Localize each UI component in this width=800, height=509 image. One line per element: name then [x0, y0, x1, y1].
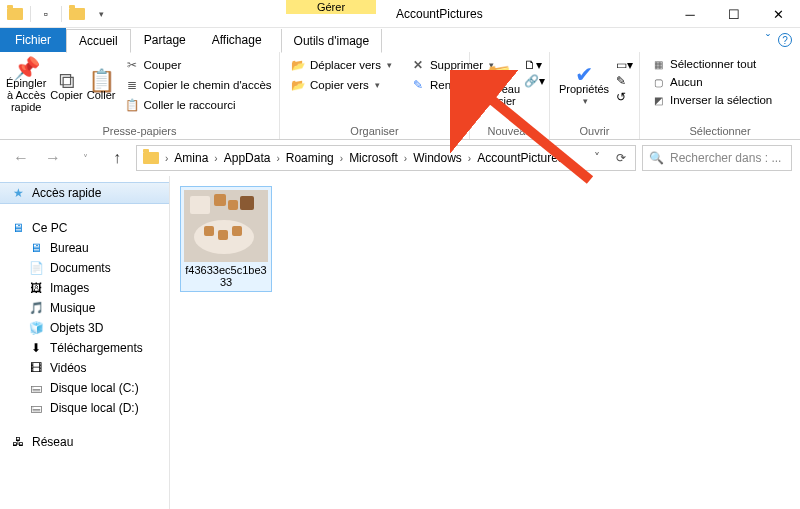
chevron-down-icon: ▾ [387, 60, 392, 70]
address-bar[interactable]: › Amina› AppData› Roaming› Microsoft› Wi… [136, 145, 636, 171]
chevron-right-icon[interactable]: › [163, 153, 170, 164]
maximize-button[interactable]: ☐ [712, 0, 756, 28]
sidebar-item-this-pc[interactable]: 🖥Ce PC [0, 218, 169, 238]
paste-button[interactable]: 📋 Coller [87, 56, 116, 120]
sidebar-item-downloads[interactable]: ⬇Téléchargements [0, 338, 169, 358]
chevron-right-icon[interactable]: › [212, 153, 219, 164]
search-input[interactable]: 🔍 Rechercher dans : ... [642, 145, 792, 171]
history-icon[interactable]: ↺ [616, 90, 633, 104]
objects3d-icon: 🧊 [28, 321, 44, 335]
new-item-icon[interactable]: 🗋▾ [524, 58, 545, 72]
copy-icon: ⧉ [59, 75, 75, 87]
sidebar-item-drive-c[interactable]: 🖴Disque local (C:) [0, 378, 169, 398]
new-folder-button[interactable]: 📁 Nouveau dossier [476, 56, 520, 120]
select-none-icon: ▢ [650, 77, 666, 88]
copy-label: Copier [50, 89, 82, 101]
sidebar-item-documents[interactable]: 📄Documents [0, 258, 169, 278]
properties-button[interactable]: ✔ Propriétés ▾ [556, 56, 612, 120]
breadcrumb[interactable]: Microsoft [345, 151, 402, 165]
star-icon: ★ [10, 186, 26, 200]
open-icon[interactable]: ▭▾ [616, 58, 633, 72]
breadcrumb-root-icon[interactable] [139, 152, 163, 164]
pin-icon: 📌 [13, 63, 40, 75]
copy-to-icon: 📂 [290, 78, 306, 92]
tab-image-tools[interactable]: Outils d'image [281, 29, 383, 53]
separator [30, 6, 31, 22]
edit-icon[interactable]: ✎ [616, 74, 633, 88]
tab-share[interactable]: Partage [131, 28, 199, 52]
select-none-button[interactable]: ▢Aucun [646, 74, 776, 90]
move-icon: 📂 [290, 58, 306, 72]
select-all-button[interactable]: ▦Sélectionner tout [646, 56, 776, 72]
sidebar-item-network[interactable]: 🖧Réseau [0, 432, 169, 452]
tab-view[interactable]: Affichage [199, 28, 275, 52]
tab-home[interactable]: Accueil [66, 29, 131, 53]
breadcrumb[interactable]: AppData [220, 151, 275, 165]
organize-group-label: Organiser [280, 125, 469, 139]
breadcrumb[interactable]: Amina [170, 151, 212, 165]
select-all-icon: ▦ [650, 59, 666, 70]
separator [61, 6, 62, 22]
tab-file[interactable]: Fichier [0, 28, 66, 52]
drive-icon: 🖴 [28, 401, 44, 415]
up-button[interactable]: ↑ [104, 145, 130, 171]
new-folder-icon: 📁 [485, 69, 512, 81]
help-icon[interactable]: ? [778, 33, 792, 47]
chevron-right-icon[interactable]: › [338, 153, 345, 164]
copy-path-button[interactable]: ≣Copier le chemin d'accès [120, 76, 276, 94]
paste-shortcut-button[interactable]: 📋Coller le raccourci [120, 96, 276, 114]
file-thumbnail[interactable]: f43633ec5c1be333 [180, 186, 272, 292]
sidebar-item-images[interactable]: 🖼Images [0, 278, 169, 298]
copy-button[interactable]: ⧉ Copier [50, 56, 82, 120]
videos-icon: 🎞 [28, 361, 44, 375]
chevron-right-icon[interactable]: › [402, 153, 409, 164]
rename-icon: ✎ [410, 78, 426, 92]
sidebar-item-quick-access[interactable]: ★Accès rapide [0, 182, 169, 204]
sidebar-item-drive-d[interactable]: 🖴Disque local (D:) [0, 398, 169, 418]
sidebar-item-music[interactable]: 🎵Musique [0, 298, 169, 318]
select-group-label: Sélectionner [640, 125, 800, 139]
drive-icon: 🖴 [28, 381, 44, 395]
minimize-button[interactable]: ─ [668, 0, 712, 28]
window-title: AccountPictures [396, 0, 483, 27]
documents-icon: 📄 [28, 261, 44, 275]
forward-button[interactable]: → [40, 145, 66, 171]
breadcrumb[interactable]: Roaming [282, 151, 338, 165]
chevron-down-icon: ▾ [583, 95, 588, 107]
properties-icon: ✔ [575, 69, 593, 81]
qat-folder-icon[interactable] [66, 3, 88, 25]
contextual-tab-label: Gérer [286, 0, 376, 14]
breadcrumb[interactable]: Windows [409, 151, 466, 165]
chevron-right-icon[interactable]: › [274, 153, 281, 164]
thumbnail-image [184, 190, 268, 262]
chevron-right-icon[interactable]: › [466, 153, 473, 164]
copy-to-button[interactable]: 📂Copier vers▾ [286, 76, 396, 94]
ribbon-collapse-icon[interactable]: ˇ [766, 33, 770, 47]
pin-label: Épingler à Accès rapide [6, 77, 46, 113]
paste-shortcut-icon: 📋 [124, 98, 140, 112]
invert-selection-button[interactable]: ◩Inverser la sélection [646, 92, 776, 108]
close-button[interactable]: ✕ [756, 0, 800, 28]
network-icon: 🖧 [10, 435, 26, 449]
chevron-down-icon: ▾ [375, 80, 380, 90]
folder-app-icon [4, 3, 26, 25]
qat-properties-icon[interactable]: ▫ [35, 3, 57, 25]
pin-quick-access-button[interactable]: 📌 Épingler à Accès rapide [6, 56, 46, 120]
move-to-button[interactable]: 📂Déplacer vers▾ [286, 56, 396, 74]
sidebar-item-videos[interactable]: 🎞Vidéos [0, 358, 169, 378]
copy-path-icon: ≣ [124, 78, 140, 92]
sidebar-item-objects-3d[interactable]: 🧊Objets 3D [0, 318, 169, 338]
invert-icon: ◩ [650, 95, 666, 106]
sidebar-item-desktop[interactable]: 🖥Bureau [0, 238, 169, 258]
breadcrumb[interactable]: AccountPictures [473, 151, 568, 165]
qat-dropdown-icon[interactable]: ▾ [90, 3, 112, 25]
back-button[interactable]: ← [8, 145, 34, 171]
history-dropdown-icon[interactable]: ˅ [585, 146, 609, 170]
recent-dropdown[interactable]: ˅ [72, 145, 98, 171]
easy-access-icon[interactable]: 🔗▾ [524, 74, 545, 88]
downloads-icon: ⬇ [28, 341, 44, 355]
file-list[interactable]: f43633ec5c1be333 [170, 176, 800, 509]
refresh-button[interactable]: ⟳ [609, 146, 633, 170]
cut-button[interactable]: ✂Couper [120, 56, 276, 74]
search-icon: 🔍 [649, 151, 664, 165]
